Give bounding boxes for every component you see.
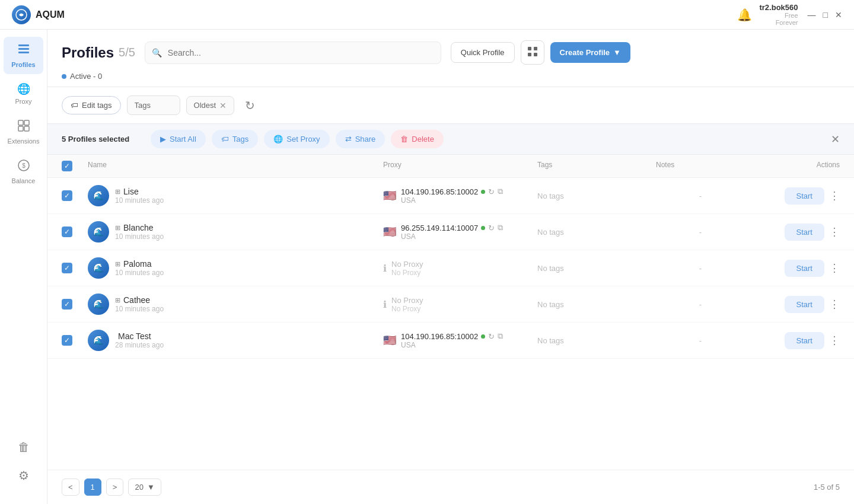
sidebar: Profiles 🌐 Proxy Extensions $ Balance 🗑 … <box>0 30 47 504</box>
create-profile-btn[interactable]: Create Profile ▼ <box>550 42 630 63</box>
proxy-refresh-lise[interactable]: ↻ <box>488 187 495 196</box>
table-container: ✓ Name Proxy Tags Notes Actions ✓ 🌊 ⊞ Li… <box>47 155 854 470</box>
tags-action-btn[interactable]: 🏷 Tags <box>212 130 258 148</box>
actions-mactest: Start ⋮ <box>745 332 840 349</box>
username: tr2.bok560 <box>759 3 798 12</box>
edit-tags-btn[interactable]: 🏷 Edit tags <box>62 96 121 114</box>
search-input[interactable] <box>145 42 441 64</box>
profile-time-lise: 10 minutes ago <box>115 196 164 205</box>
table-row: ✓ 🌊 ⊞Blanche 10 minutes ago 🇺🇸 96.255.14… <box>47 214 854 250</box>
proxy-refresh-blanche[interactable]: ↻ <box>488 224 495 232</box>
start-btn-cathee[interactable]: Start <box>785 296 824 313</box>
table-row: ✓ 🌊 ⊞Cathee 10 minutes ago ℹ No Proxy No… <box>47 286 854 323</box>
proxy-copy-lise[interactable]: ⧉ <box>498 187 503 196</box>
search-icon: 🔍 <box>152 48 162 58</box>
profile-info-lise: 🌊 ⊞ Lise 10 minutes ago <box>88 185 383 206</box>
proxy-mactest: 🇺🇸 104.190.196.85:10002 ↻ ⧉ USA <box>383 331 537 349</box>
sidebar-label-balance: Balance <box>12 177 36 184</box>
table-header: ✓ Name Proxy Tags Notes Actions <box>47 155 854 178</box>
more-btn-paloma[interactable]: ⋮ <box>829 261 840 275</box>
sidebar-item-proxy[interactable]: 🌐 Proxy <box>0 76 47 111</box>
header-bar: AQUM 🔔 tr2.bok560 Free Forever — □ ✕ <box>0 0 854 30</box>
page-title: Profiles 5/5 <box>62 44 135 61</box>
share-btn[interactable]: ⇄ Share <box>336 130 385 148</box>
svg-text:$: $ <box>22 162 26 169</box>
profile-info-blanche: 🌊 ⊞Blanche 10 minutes ago <box>88 221 383 243</box>
start-all-btn[interactable]: ▶ Start All <box>151 130 206 148</box>
user-plan-period: Free Forever <box>759 12 798 26</box>
trash-btn[interactable]: 🗑 <box>13 436 34 459</box>
start-all-icon: ▶ <box>160 135 166 143</box>
start-btn-paloma[interactable]: Start <box>785 260 824 277</box>
sidebar-item-profiles[interactable]: Profiles <box>4 37 43 74</box>
notes-paloma: - <box>656 264 745 273</box>
grid-view-btn[interactable] <box>521 40 544 65</box>
header-proxy: Proxy <box>383 161 537 171</box>
sidebar-item-balance[interactable]: $ Balance <box>0 153 47 190</box>
selection-bar: 5 Profiles selected ▶ Start All 🏷 Tags 🌐… <box>47 124 854 155</box>
delete-btn[interactable]: 🗑 Delete <box>391 130 444 148</box>
no-proxy-icon-cathee: ℹ <box>383 299 387 310</box>
header-right: 🔔 tr2.bok560 Free Forever <box>737 3 798 26</box>
close-btn[interactable]: ✕ <box>835 10 842 20</box>
row-checkbox-blanche[interactable]: ✓ <box>62 227 88 237</box>
minimize-btn[interactable]: — <box>808 10 816 20</box>
bell-icon[interactable]: 🔔 <box>737 8 752 22</box>
more-btn-blanche[interactable]: ⋮ <box>829 225 840 238</box>
proxy-refresh-mactest[interactable]: ↻ <box>488 332 495 341</box>
active-dot <box>62 74 66 79</box>
profile-info-paloma: 🌊 ⊞Paloma 10 minutes ago <box>88 257 383 279</box>
tags-blanche: No tags <box>537 228 656 237</box>
proxy-copy-mactest[interactable]: ⧉ <box>498 331 503 341</box>
delete-icon: 🗑 <box>400 135 408 143</box>
share-icon: ⇄ <box>345 135 352 143</box>
sidebar-item-extensions[interactable]: Extensions <box>0 113 47 151</box>
total-label: 1-5 of 5 <box>814 483 840 492</box>
notes-cathee: - <box>656 300 745 309</box>
more-btn-lise[interactable]: ⋮ <box>829 189 840 202</box>
svg-rect-10 <box>528 47 531 50</box>
svg-rect-5 <box>24 120 29 125</box>
start-btn-blanche[interactable]: Start <box>785 224 824 241</box>
more-btn-cathee[interactable]: ⋮ <box>829 298 840 311</box>
proxy-lise: 🇺🇸 104.190.196.85:10002 ↻ ⧉ USA <box>383 187 537 205</box>
header-actions: Actions <box>745 161 840 171</box>
settings-btn[interactable]: ⚙ <box>14 464 34 487</box>
row-checkbox-mactest[interactable]: ✓ <box>62 335 88 346</box>
svg-rect-13 <box>534 53 537 56</box>
start-btn-mactest[interactable]: Start <box>785 332 824 349</box>
header-checkbox[interactable]: ✓ <box>62 161 88 171</box>
oldest-filter: Oldest ✕ <box>186 96 235 115</box>
proxy-cathee: ℹ No Proxy No Proxy <box>383 296 537 313</box>
proxy-paloma: ℹ No Proxy No Proxy <box>383 260 537 277</box>
sidebar-label-extensions: Extensions <box>8 138 40 145</box>
tags-filter-select[interactable]: Tags <box>127 95 180 115</box>
actions-lise: Start ⋮ <box>745 187 840 205</box>
logo-text: AQUM <box>36 9 65 20</box>
start-btn-lise[interactable]: Start <box>785 187 824 205</box>
table-row: ✓ 🌊 ⊞Paloma 10 minutes ago ℹ No Proxy No… <box>47 250 854 286</box>
proxy-icon: 🌐 <box>17 82 30 95</box>
profiles-header: Profiles 5/5 🔍 Quick Profile Create Prof… <box>47 30 854 87</box>
tags-cathee: No tags <box>537 300 656 309</box>
tags-mactest: No tags <box>537 336 656 345</box>
close-selection-btn[interactable]: ✕ <box>831 133 840 146</box>
maximize-btn[interactable]: □ <box>823 10 828 20</box>
page-1-btn[interactable]: 1 <box>84 479 101 496</box>
quick-profile-btn[interactable]: Quick Profile <box>451 42 515 63</box>
next-page-btn[interactable]: > <box>106 479 124 496</box>
row-checkbox-lise[interactable]: ✓ <box>62 190 88 201</box>
tag-icon: 🏷 <box>71 101 78 110</box>
logo-icon <box>12 5 31 24</box>
set-proxy-btn[interactable]: 🌐 Set Proxy <box>264 130 329 148</box>
proxy-copy-blanche[interactable]: ⧉ <box>498 223 503 232</box>
row-checkbox-cathee[interactable]: ✓ <box>62 299 88 310</box>
profile-info-cathee: 🌊 ⊞Cathee 10 minutes ago <box>88 294 383 315</box>
more-btn-mactest[interactable]: ⋮ <box>829 334 840 347</box>
search-bar: 🔍 <box>145 42 441 64</box>
prev-page-btn[interactable]: < <box>62 479 79 496</box>
row-checkbox-paloma[interactable]: ✓ <box>62 263 88 273</box>
oldest-clear-icon[interactable]: ✕ <box>219 101 227 110</box>
refresh-btn[interactable]: ↻ <box>240 96 260 115</box>
notes-lise: - <box>656 192 745 200</box>
